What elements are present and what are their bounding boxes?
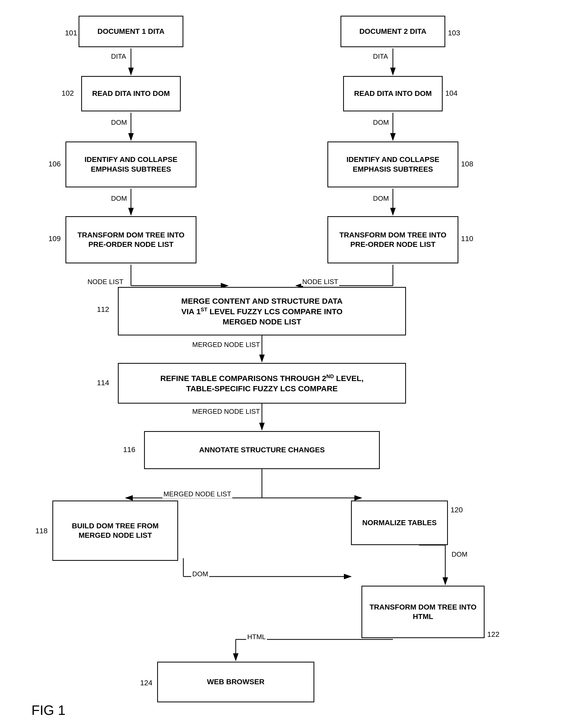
merge-label: MERGE CONTENT AND STRUCTURE DATAVIA 1ST … xyxy=(181,296,343,327)
nodelist-label-2: NODE LIST xyxy=(301,278,339,286)
ref-120: 120 xyxy=(451,506,463,514)
box-normalize: NORMALIZE TABLES xyxy=(351,501,448,545)
ref-122: 122 xyxy=(487,630,499,639)
merged-label-2: MERGED NODE LIST xyxy=(191,408,261,416)
box-collapse1: IDENTIFY AND COLLAPSE EMPHASIS SUBTREES xyxy=(66,141,197,187)
ref-108: 108 xyxy=(461,160,473,168)
box-collapse2: IDENTIFY AND COLLAPSE EMPHASIS SUBTREES xyxy=(327,141,458,187)
refine-label: REFINE TABLE COMPARISONS THROUGH 2ND LEV… xyxy=(160,373,363,394)
ref-118: 118 xyxy=(35,527,48,535)
ref-104: 104 xyxy=(445,89,458,98)
box-read-dom1: READ DITA INTO DOM xyxy=(81,76,181,111)
box-preorder1: TRANSFORM DOM TREE INTO PRE-ORDER NODE L… xyxy=(66,216,197,264)
box-web-browser: WEB BROWSER xyxy=(157,662,314,702)
ref-114: 114 xyxy=(97,379,109,387)
ref-110: 110 xyxy=(461,234,473,243)
fig-label: FIG 1 xyxy=(31,702,66,718)
nodelist-label-1: NODE LIST xyxy=(87,278,124,286)
box-transform-html: TRANSFORM DOM TREE INTO HTML xyxy=(361,586,484,638)
dita-label-1: DITA xyxy=(110,53,127,61)
box-refine: REFINE TABLE COMPARISONS THROUGH 2ND LEV… xyxy=(118,363,406,404)
box-merge: MERGE CONTENT AND STRUCTURE DATAVIA 1ST … xyxy=(118,287,406,335)
dom-label-1a: DOM xyxy=(110,118,128,127)
ref-116: 116 xyxy=(123,445,135,454)
ref-109: 109 xyxy=(48,234,61,243)
merged-label-1: MERGED NODE LIST xyxy=(191,341,261,349)
box-doc2: DOCUMENT 2 DITA xyxy=(341,16,445,47)
dom-label-2b: DOM xyxy=(372,194,390,203)
box-build-dom: BUILD DOM TREE FROM MERGED NODE LIST xyxy=(52,501,178,561)
box-read-dom2: READ DITA INTO DOM xyxy=(343,76,443,111)
ref-102: 102 xyxy=(62,89,74,98)
ref-103: 103 xyxy=(448,29,460,37)
box-doc1: DOCUMENT 1 DITA xyxy=(79,16,183,47)
diagram-container: DOCUMENT 1 DITA 101 DOCUMENT 2 DITA 103 … xyxy=(0,0,571,728)
merged-label-3: MERGED NODE LIST xyxy=(162,490,232,498)
box-preorder2: TRANSFORM DOM TREE INTO PRE-ORDER NODE L… xyxy=(327,216,458,264)
dom-label-1b: DOM xyxy=(110,194,128,203)
dom-label-3: DOM xyxy=(191,570,209,578)
dom-label-2a: DOM xyxy=(372,118,390,127)
ref-101: 101 xyxy=(65,29,77,37)
box-annotate: ANNOTATE STRUCTURE CHANGES xyxy=(144,431,380,469)
ref-124: 124 xyxy=(140,679,152,687)
ref-106: 106 xyxy=(48,160,61,168)
dom-label-4: DOM xyxy=(451,550,469,558)
dita-label-2: DITA xyxy=(372,53,389,61)
html-label: HTML xyxy=(246,633,267,641)
ref-112: 112 xyxy=(97,305,109,314)
